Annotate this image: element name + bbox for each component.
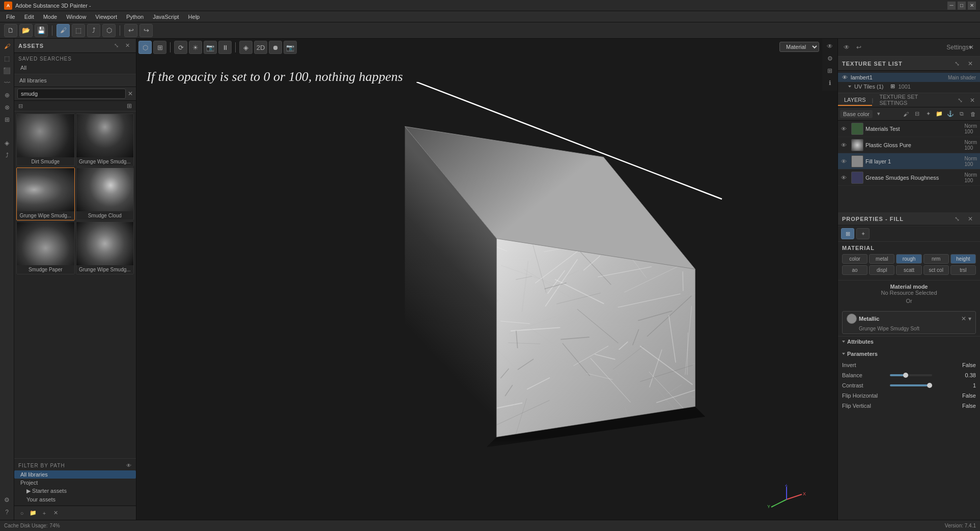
export-button[interactable]: ⤴ — [87, 24, 100, 37]
rp-close-icon[interactable]: ✕ — [966, 42, 977, 53]
assets-folder-button[interactable]: 📁 — [29, 509, 38, 518]
metallic-expand-button[interactable]: ▾ — [968, 315, 971, 322]
layer-row-1[interactable]: 👁Plastic Gloss PureNorm100 — [838, 137, 980, 153]
vp-light-button[interactable]: ☀ — [189, 41, 202, 54]
assets-dock-button[interactable]: ⤡ — [111, 41, 121, 50]
maximize-button[interactable]: □ — [958, 2, 966, 10]
base-color-label[interactable]: Base color — [840, 110, 873, 118]
path-item-0[interactable]: All libraries — [14, 470, 136, 479]
path-item-1[interactable]: Project — [14, 479, 136, 487]
asset-item-3[interactable]: Smudge Cloud — [76, 167, 134, 220]
tool-smear[interactable]: 〰 — [2, 77, 13, 89]
asset-item-0[interactable]: Dirt Smudge — [16, 114, 75, 166]
menu-item-javascript[interactable]: JavaScript — [149, 13, 183, 21]
layer-paint-button[interactable]: 🖌 — [901, 109, 911, 119]
layer-eye-2[interactable]: 👁 — [841, 158, 849, 164]
search-clear-button[interactable]: ✕ — [128, 90, 133, 97]
prop-tab-fill[interactable]: ⊞ — [841, 228, 854, 239]
tsl-dock-button[interactable]: ⤡ — [951, 58, 963, 69]
layer-folder-button[interactable]: 📁 — [934, 109, 944, 119]
layer-fx-button[interactable]: ✦ — [923, 109, 933, 119]
tool-clone[interactable]: ⊕ — [2, 90, 13, 101]
tool-export[interactable]: ⤴ — [2, 150, 13, 161]
layer-delete-button[interactable]: 🗑 — [968, 109, 978, 119]
paint-mode-button[interactable]: 🖌 — [57, 24, 70, 37]
tool-paint[interactable]: 🖌 — [2, 41, 13, 52]
menu-item-viewport[interactable]: Viewport — [91, 13, 121, 21]
vp-side-info[interactable]: ℹ — [824, 77, 835, 89]
channel-btn-displ[interactable]: displ — [869, 265, 894, 275]
tool-erase[interactable]: ⬚ — [2, 53, 13, 64]
uv-tiles-row[interactable]: UV Tiles (1) ⊞ 1001 — [838, 82, 980, 91]
param-slider-1[interactable] — [890, 374, 932, 376]
eye-icon[interactable]: 👁 — [126, 463, 132, 468]
layer-eye-0[interactable]: 👁 — [841, 126, 849, 132]
saved-search-all[interactable]: All — [18, 64, 132, 72]
layer-eye-1[interactable]: 👁 — [841, 142, 849, 148]
asset-item-2[interactable]: Grunge Wipe Smudg... — [16, 167, 75, 220]
tool-bake[interactable]: ◈ — [2, 137, 13, 149]
material-select[interactable]: Material — [779, 42, 819, 52]
layer-row-2[interactable]: 👁Fill layer 1Norm100 — [838, 153, 980, 170]
param-slider-container-1[interactable] — [890, 374, 932, 376]
layer-fill-button[interactable]: ⊟ — [912, 109, 922, 119]
param-slider-container-2[interactable] — [890, 384, 932, 386]
tool-measure[interactable]: ⊞ — [2, 114, 13, 125]
channel-btn-nrm[interactable]: nrm — [923, 254, 949, 264]
tab-texture-set-settings[interactable]: TEXTURE SET SETTINGS — [873, 93, 953, 109]
properties-dock-button[interactable]: ⤡ — [951, 213, 963, 225]
asset-item-5[interactable]: Grunge Wipe Smudg... — [76, 221, 134, 274]
layer-channel-expand[interactable]: ▾ — [874, 109, 884, 119]
channel-btn-ao[interactable]: ao — [842, 265, 867, 275]
channel-btn-color[interactable]: color — [842, 254, 867, 264]
layer-anchor-button[interactable]: ⚓ — [945, 109, 956, 119]
tool-help[interactable]: ? — [2, 507, 13, 518]
vp-pause-button[interactable]: ⏸ — [218, 41, 232, 54]
rp-settings-button[interactable]: Settings ▾ — [954, 42, 965, 53]
vp-camera-button[interactable]: 📷 — [204, 41, 217, 54]
properties-close-button[interactable]: ✕ — [965, 213, 976, 225]
parameters-title[interactable]: Parameters — [842, 349, 976, 359]
open-button[interactable]: 📂 — [19, 24, 33, 37]
grid-toggle-button[interactable]: ⊞ — [127, 102, 132, 109]
param-slider-2[interactable] — [890, 384, 932, 386]
channel-btn-trsl[interactable]: trsl — [950, 265, 976, 275]
menu-item-edit[interactable]: Edit — [20, 13, 38, 21]
assets-search-input[interactable] — [17, 89, 126, 99]
layer-eye-3[interactable]: 👁 — [841, 175, 849, 181]
assets-new-button[interactable]: ○ — [17, 509, 26, 518]
path-item-2[interactable]: ▶ Starter assets — [14, 487, 136, 495]
save-button[interactable]: 💾 — [35, 24, 48, 37]
menu-item-window[interactable]: Window — [62, 13, 90, 21]
vp-iray-button[interactable]: ◈ — [239, 41, 253, 54]
texture-set-layer-row[interactable]: 👁 lambert1 Main shader — [838, 73, 980, 82]
close-button[interactable]: ✕ — [968, 2, 976, 10]
prop-tab-effects[interactable]: ✦ — [856, 228, 870, 239]
render-button[interactable]: ⬡ — [102, 24, 116, 37]
path-item-3[interactable]: Your assets — [14, 495, 136, 504]
attributes-title[interactable]: Attributes — [842, 339, 976, 345]
channel-btn-metal[interactable]: metal — [869, 254, 894, 264]
channel-btn-scatt[interactable]: scatt — [896, 265, 921, 275]
tool-settings[interactable]: ⚙ — [2, 494, 13, 506]
vp-side-settings[interactable]: ⚙ — [824, 53, 835, 64]
channel-btn-height[interactable]: height — [950, 254, 976, 264]
vp-snapshot-button[interactable]: 📷 — [284, 41, 297, 54]
asset-item-1[interactable]: Grunge Wipe Smudg... — [76, 114, 134, 166]
channel-btn-sct col[interactable]: sct col — [923, 265, 949, 275]
material-dropdown[interactable]: Material — [779, 42, 819, 52]
vp-2d-button[interactable]: 2D — [254, 41, 267, 54]
tool-fill[interactable]: ⬛ — [2, 65, 13, 76]
menu-item-mode[interactable]: Mode — [39, 13, 62, 21]
asset-item-4[interactable]: Smudge Paper — [16, 221, 75, 274]
layers-close-button[interactable]: ✕ — [967, 95, 978, 106]
tsl-close-button[interactable]: ✕ — [965, 58, 976, 69]
new-button[interactable]: 🗋 — [4, 24, 17, 37]
layers-dock-button[interactable]: ⤡ — [955, 95, 966, 106]
menu-item-help[interactable]: Help — [184, 13, 204, 21]
undo-button[interactable]: ↩ — [124, 24, 137, 37]
rp-history-button[interactable]: ↩ — [853, 42, 864, 53]
channel-btn-rough[interactable]: rough — [896, 254, 921, 264]
vp-record-button[interactable]: ⏺ — [269, 41, 282, 54]
layer-row-3[interactable]: 👁Grease Smudges RoughnessNorm100 — [838, 170, 980, 186]
